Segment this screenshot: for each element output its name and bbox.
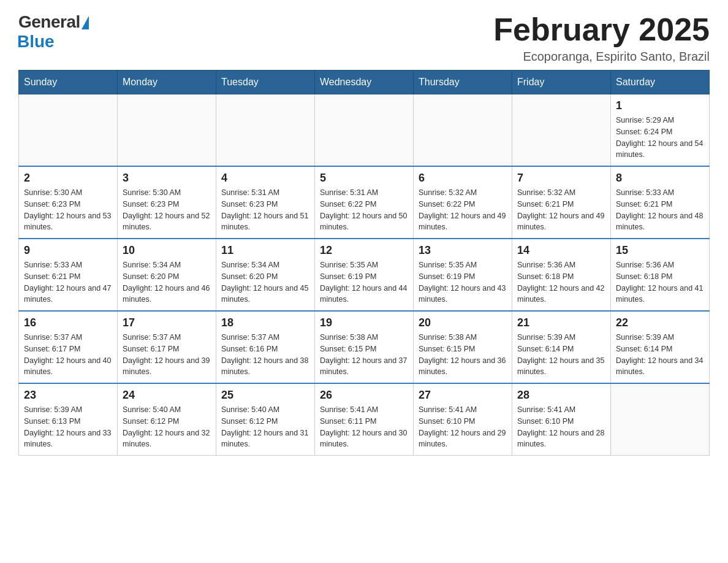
calendar-cell [315, 94, 414, 167]
day-number: 13 [419, 244, 507, 257]
calendar-cell: 23Sunrise: 5:39 AMSunset: 6:13 PMDayligh… [19, 383, 118, 456]
day-number: 2 [24, 172, 112, 185]
day-info: Sunrise: 5:40 AMSunset: 6:12 PMDaylight:… [123, 404, 211, 450]
day-info: Sunrise: 5:31 AMSunset: 6:23 PMDaylight:… [221, 187, 309, 233]
calendar-cell: 28Sunrise: 5:41 AMSunset: 6:10 PMDayligh… [512, 383, 611, 456]
title-area: February 2025 Ecoporanga, Espirito Santo… [493, 12, 710, 64]
calendar-cell: 2Sunrise: 5:30 AMSunset: 6:23 PMDaylight… [19, 166, 118, 239]
calendar-week-2: 2Sunrise: 5:30 AMSunset: 6:23 PMDaylight… [19, 166, 710, 239]
day-number: 26 [320, 389, 408, 402]
day-of-week-wednesday: Wednesday [315, 71, 414, 94]
day-number: 4 [221, 172, 309, 185]
day-info: Sunrise: 5:30 AMSunset: 6:23 PMDaylight:… [24, 187, 112, 233]
day-info: Sunrise: 5:32 AMSunset: 6:22 PMDaylight:… [419, 187, 507, 233]
calendar-cell: 25Sunrise: 5:40 AMSunset: 6:12 PMDayligh… [216, 383, 315, 456]
day-number: 17 [123, 316, 211, 329]
day-info: Sunrise: 5:41 AMSunset: 6:10 PMDaylight:… [517, 404, 605, 450]
day-info: Sunrise: 5:33 AMSunset: 6:21 PMDaylight:… [24, 259, 112, 305]
calendar-cell: 15Sunrise: 5:36 AMSunset: 6:18 PMDayligh… [611, 239, 710, 311]
day-number: 19 [320, 316, 408, 329]
day-number: 1 [616, 99, 704, 112]
day-info: Sunrise: 5:39 AMSunset: 6:14 PMDaylight:… [517, 332, 605, 378]
day-info: Sunrise: 5:41 AMSunset: 6:11 PMDaylight:… [320, 404, 408, 450]
location-subtitle: Ecoporanga, Espirito Santo, Brazil [493, 50, 710, 64]
calendar-cell: 17Sunrise: 5:37 AMSunset: 6:17 PMDayligh… [118, 311, 216, 383]
day-of-week-thursday: Thursday [414, 71, 512, 94]
day-info: Sunrise: 5:36 AMSunset: 6:18 PMDaylight:… [616, 259, 704, 305]
day-info: Sunrise: 5:38 AMSunset: 6:15 PMDaylight:… [419, 332, 507, 378]
calendar-cell [19, 94, 118, 167]
day-info: Sunrise: 5:36 AMSunset: 6:18 PMDaylight:… [517, 259, 605, 305]
calendar-cell: 7Sunrise: 5:32 AMSunset: 6:21 PMDaylight… [512, 166, 611, 239]
calendar-cell: 12Sunrise: 5:35 AMSunset: 6:19 PMDayligh… [315, 239, 414, 311]
days-of-week-row: SundayMondayTuesdayWednesdayThursdayFrid… [19, 71, 710, 94]
day-info: Sunrise: 5:34 AMSunset: 6:20 PMDaylight:… [221, 259, 309, 305]
calendar-cell [216, 94, 315, 167]
day-number: 15 [616, 244, 704, 257]
calendar-header: SundayMondayTuesdayWednesdayThursdayFrid… [19, 71, 710, 94]
calendar-cell: 4Sunrise: 5:31 AMSunset: 6:23 PMDaylight… [216, 166, 315, 239]
calendar-cell: 21Sunrise: 5:39 AMSunset: 6:14 PMDayligh… [512, 311, 611, 383]
day-info: Sunrise: 5:37 AMSunset: 6:17 PMDaylight:… [123, 332, 211, 378]
day-info: Sunrise: 5:32 AMSunset: 6:21 PMDaylight:… [517, 187, 605, 233]
calendar-cell: 10Sunrise: 5:34 AMSunset: 6:20 PMDayligh… [118, 239, 216, 311]
calendar-cell: 18Sunrise: 5:37 AMSunset: 6:16 PMDayligh… [216, 311, 315, 383]
month-title: February 2025 [493, 12, 710, 47]
calendar-week-3: 9Sunrise: 5:33 AMSunset: 6:21 PMDaylight… [19, 239, 710, 311]
day-info: Sunrise: 5:29 AMSunset: 6:24 PMDaylight:… [616, 115, 704, 161]
calendar-cell: 11Sunrise: 5:34 AMSunset: 6:20 PMDayligh… [216, 239, 315, 311]
day-number: 27 [419, 389, 507, 402]
day-number: 18 [221, 316, 309, 329]
calendar-cell: 1Sunrise: 5:29 AMSunset: 6:24 PMDaylight… [611, 94, 710, 167]
calendar-cell: 13Sunrise: 5:35 AMSunset: 6:19 PMDayligh… [414, 239, 512, 311]
day-number: 14 [517, 244, 605, 257]
calendar-cell: 14Sunrise: 5:36 AMSunset: 6:18 PMDayligh… [512, 239, 611, 311]
day-number: 22 [616, 316, 704, 329]
day-number: 7 [517, 172, 605, 185]
day-number: 11 [221, 244, 309, 257]
logo: General Blue [18, 12, 89, 52]
calendar-cell [414, 94, 512, 167]
day-info: Sunrise: 5:34 AMSunset: 6:20 PMDaylight:… [123, 259, 211, 305]
day-info: Sunrise: 5:39 AMSunset: 6:14 PMDaylight:… [616, 332, 704, 378]
calendar-cell [611, 383, 710, 456]
page-header: General Blue February 2025 Ecoporanga, E… [18, 12, 710, 64]
day-info: Sunrise: 5:33 AMSunset: 6:21 PMDaylight:… [616, 187, 704, 233]
day-number: 25 [221, 389, 309, 402]
calendar-cell: 27Sunrise: 5:41 AMSunset: 6:10 PMDayligh… [414, 383, 512, 456]
day-info: Sunrise: 5:37 AMSunset: 6:16 PMDaylight:… [221, 332, 309, 378]
day-number: 6 [419, 172, 507, 185]
day-number: 24 [123, 389, 211, 402]
day-info: Sunrise: 5:35 AMSunset: 6:19 PMDaylight:… [320, 259, 408, 305]
day-number: 10 [123, 244, 211, 257]
day-of-week-tuesday: Tuesday [216, 71, 315, 94]
day-number: 16 [24, 316, 112, 329]
day-number: 23 [24, 389, 112, 402]
day-number: 12 [320, 244, 408, 257]
day-info: Sunrise: 5:40 AMSunset: 6:12 PMDaylight:… [221, 404, 309, 450]
day-info: Sunrise: 5:39 AMSunset: 6:13 PMDaylight:… [24, 404, 112, 450]
calendar-cell: 20Sunrise: 5:38 AMSunset: 6:15 PMDayligh… [414, 311, 512, 383]
day-info: Sunrise: 5:31 AMSunset: 6:22 PMDaylight:… [320, 187, 408, 233]
day-number: 3 [123, 172, 211, 185]
day-number: 28 [517, 389, 605, 402]
calendar-cell: 24Sunrise: 5:40 AMSunset: 6:12 PMDayligh… [118, 383, 216, 456]
calendar-week-5: 23Sunrise: 5:39 AMSunset: 6:13 PMDayligh… [19, 383, 710, 456]
day-number: 9 [24, 244, 112, 257]
calendar-cell: 22Sunrise: 5:39 AMSunset: 6:14 PMDayligh… [611, 311, 710, 383]
calendar-week-1: 1Sunrise: 5:29 AMSunset: 6:24 PMDaylight… [19, 94, 710, 167]
day-of-week-monday: Monday [118, 71, 216, 94]
calendar-cell: 5Sunrise: 5:31 AMSunset: 6:22 PMDaylight… [315, 166, 414, 239]
day-number: 8 [616, 172, 704, 185]
day-info: Sunrise: 5:38 AMSunset: 6:15 PMDaylight:… [320, 332, 408, 378]
calendar-cell: 9Sunrise: 5:33 AMSunset: 6:21 PMDaylight… [19, 239, 118, 311]
calendar-cell: 26Sunrise: 5:41 AMSunset: 6:11 PMDayligh… [315, 383, 414, 456]
day-info: Sunrise: 5:41 AMSunset: 6:10 PMDaylight:… [419, 404, 507, 450]
day-number: 5 [320, 172, 408, 185]
calendar-cell: 6Sunrise: 5:32 AMSunset: 6:22 PMDaylight… [414, 166, 512, 239]
calendar-cell: 19Sunrise: 5:38 AMSunset: 6:15 PMDayligh… [315, 311, 414, 383]
logo-blue-text: Blue [17, 32, 55, 52]
day-number: 20 [419, 316, 507, 329]
calendar-cell [118, 94, 216, 167]
day-info: Sunrise: 5:30 AMSunset: 6:23 PMDaylight:… [123, 187, 211, 233]
